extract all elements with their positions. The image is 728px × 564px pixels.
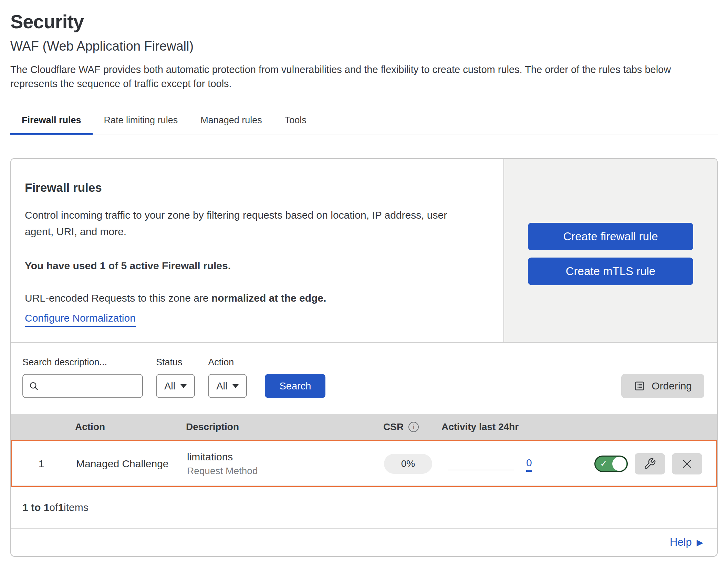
activity-sparkline (448, 470, 514, 470)
ordering-button[interactable]: Ordering (621, 374, 704, 398)
status-select[interactable]: All (156, 374, 195, 398)
waf-tabs: Firewall rules Rate limiting rules Manag… (10, 109, 718, 135)
pagination-summary: 1 to 1 of 1 items (11, 487, 717, 529)
activity-count-link[interactable]: 0 (526, 458, 532, 472)
csr-value-badge: 0% (384, 454, 432, 474)
action-select[interactable]: All (208, 374, 247, 398)
help-row: Help ▶ (11, 529, 717, 556)
tab-firewall-rules[interactable]: Firewall rules (10, 109, 93, 135)
normalization-note: URL-encoded Requests to this zone are no… (25, 292, 490, 304)
firewall-rules-card: Firewall rules Control incoming traffic … (10, 158, 718, 557)
info-icon[interactable]: i (408, 422, 419, 432)
create-mtls-rule-button[interactable]: Create mTLS rule (528, 258, 693, 285)
chevron-down-icon (232, 384, 239, 388)
check-icon: ✓ (600, 459, 608, 468)
card-top-section: Firewall rules Control incoming traffic … (11, 159, 717, 342)
filter-bar: Search description... Status (11, 342, 717, 414)
action-select-value: All (216, 380, 227, 392)
page-description: The Cloudflare WAF provides both automat… (10, 63, 716, 91)
ordered-list-icon (634, 380, 645, 392)
toggle-knob (612, 457, 626, 471)
configure-normalization-link[interactable]: Configure Normalization (25, 312, 136, 327)
chevron-down-icon (180, 384, 187, 388)
ordering-button-label: Ordering (652, 380, 692, 392)
column-header-description: Description (176, 421, 373, 432)
table-row: 1 Managed Challenge limitations Request … (11, 440, 717, 487)
search-field[interactable] (22, 374, 143, 398)
status-select-value: All (164, 380, 175, 392)
rule-description: limitations (187, 451, 374, 463)
items-total: 1 (58, 502, 64, 513)
tab-rate-limiting-rules[interactable]: Rate limiting rules (93, 109, 189, 135)
column-header-activity: Activity last 24hr (441, 421, 555, 432)
close-icon (681, 458, 693, 470)
rule-enabled-toggle[interactable]: ✓ (594, 456, 628, 472)
help-link-label: Help (670, 536, 692, 549)
page-subtitle: WAF (Web Application Firewall) (10, 39, 718, 54)
help-link[interactable]: Help ▶ (670, 536, 703, 549)
card-heading: Firewall rules (25, 181, 490, 195)
create-firewall-rule-button[interactable]: Create firewall rule (528, 223, 693, 250)
rule-priority: 1 (12, 458, 71, 470)
column-header-action: Action (70, 421, 176, 432)
arrow-right-icon: ▶ (697, 538, 703, 547)
search-icon (29, 381, 39, 391)
action-label: Action (208, 357, 247, 368)
usage-summary: You have used 1 of 5 active Firewall rul… (25, 260, 490, 272)
search-description-input[interactable] (42, 381, 135, 391)
delete-rule-button[interactable] (672, 453, 702, 474)
search-button[interactable]: Search (265, 374, 325, 398)
tab-managed-rules[interactable]: Managed rules (189, 109, 273, 135)
normalization-bold: normalized at the edge. (211, 292, 326, 304)
table-header: Action Description CSR i Activity last 2… (11, 414, 717, 440)
items-range: 1 to 1 (22, 502, 49, 513)
page-title: Security (10, 10, 718, 33)
status-label: Status (156, 357, 195, 368)
search-label: Search description... (22, 357, 143, 368)
rule-expression: Request Method (187, 466, 374, 477)
tab-tools[interactable]: Tools (273, 109, 318, 135)
card-description: Control incoming traffic to your zone by… (25, 207, 476, 240)
normalization-prefix: URL-encoded Requests to this zone are (25, 292, 211, 304)
wrench-icon (644, 458, 656, 470)
column-header-csr: CSR (383, 421, 404, 432)
rule-action: Managed Challenge (71, 458, 177, 470)
edit-rule-button[interactable] (635, 453, 665, 474)
actions-panel: Create firewall rule Create mTLS rule (503, 159, 717, 342)
waf-page: Security WAF (Web Application Firewall) … (0, 0, 728, 557)
